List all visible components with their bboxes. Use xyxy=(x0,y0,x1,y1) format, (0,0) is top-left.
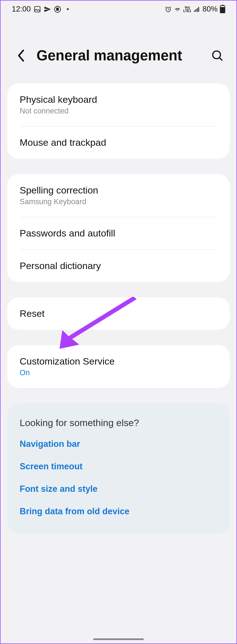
svg-line-9 xyxy=(219,58,222,60)
status-bar: 12:00 B Vo)LTE1 80% xyxy=(1,1,236,16)
search-button[interactable] xyxy=(209,48,225,63)
settings-group: Spelling correction Samsung Keyboard Pas… xyxy=(7,174,230,282)
item-subtitle: Not connected xyxy=(20,107,217,115)
item-title: Passwords and autofill xyxy=(20,228,217,239)
page-title: General management xyxy=(37,47,201,64)
navigation-bar-link[interactable]: Navigation bar xyxy=(20,439,217,449)
image-icon xyxy=(34,6,41,13)
svg-rect-7 xyxy=(198,7,199,12)
send-icon xyxy=(44,6,51,13)
font-size-style-link[interactable]: Font size and style xyxy=(20,484,217,494)
reset-item[interactable]: Reset xyxy=(7,297,230,330)
settings-group: Customization Service On xyxy=(7,345,230,388)
suggestions-title: Looking for something else? xyxy=(20,417,217,428)
spelling-correction-item[interactable]: Spelling correction Samsung Keyboard xyxy=(7,174,230,217)
svg-rect-6 xyxy=(197,8,198,12)
item-title: Reset xyxy=(20,308,217,319)
back-button[interactable] xyxy=(14,49,28,63)
settings-group: Reset xyxy=(7,297,230,330)
passwords-autofill-item[interactable]: Passwords and autofill xyxy=(7,217,230,249)
personal-dictionary-item[interactable]: Personal dictionary xyxy=(7,250,230,282)
status-time: 12:00 xyxy=(12,5,31,13)
battery-percent: 80% xyxy=(202,5,218,13)
circle-b-icon: B xyxy=(54,6,61,13)
page-header: General management xyxy=(1,16,236,83)
status-left: 12:00 B xyxy=(12,5,69,13)
screen-timeout-link[interactable]: Screen timeout xyxy=(20,461,217,472)
item-title: Customization Service xyxy=(20,356,217,367)
item-subtitle: On xyxy=(20,368,217,377)
customization-service-item[interactable]: Customization Service On xyxy=(7,345,230,388)
svg-rect-4 xyxy=(194,10,195,12)
item-title: Spelling correction xyxy=(20,185,217,196)
physical-keyboard-item[interactable]: Physical keyboard Not connected xyxy=(7,83,230,126)
home-indicator[interactable] xyxy=(93,638,144,640)
item-title: Personal dictionary xyxy=(20,260,217,271)
svg-rect-5 xyxy=(195,9,196,12)
volte-icon: Vo)LTE1 xyxy=(183,6,191,13)
wifi-icon xyxy=(174,6,181,13)
battery-icon xyxy=(220,5,225,13)
svg-text:B: B xyxy=(56,7,59,11)
bring-data-link[interactable]: Bring data from old device xyxy=(20,506,217,516)
item-title: Mouse and trackpad xyxy=(20,137,217,148)
settings-group: Physical keyboard Not connected Mouse an… xyxy=(7,83,230,159)
status-right: Vo)LTE1 80% xyxy=(165,5,225,13)
dot-icon xyxy=(67,8,69,10)
chevron-left-icon xyxy=(17,49,26,62)
mouse-trackpad-item[interactable]: Mouse and trackpad xyxy=(7,126,230,159)
suggestions-card: Looking for something else? Navigation b… xyxy=(7,403,230,533)
search-icon xyxy=(211,49,224,62)
signal-icon xyxy=(193,6,200,13)
item-title: Physical keyboard xyxy=(20,94,217,105)
alarm-icon xyxy=(165,6,172,13)
item-subtitle: Samsung Keyboard xyxy=(20,197,217,206)
svg-rect-0 xyxy=(35,6,40,12)
